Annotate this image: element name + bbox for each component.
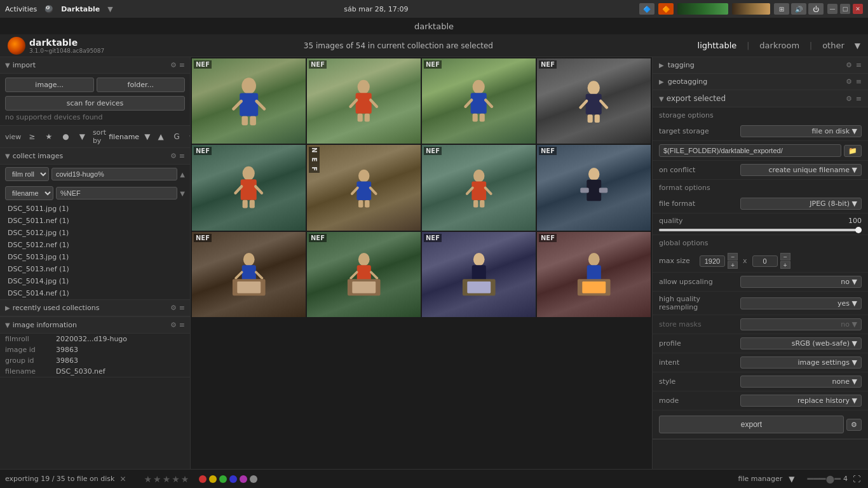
size-plus-btn[interactable]: + [728,261,738,269]
hq-select[interactable]: yes ▼ [740,297,862,309]
tagging-header[interactable]: ▶ tagging ⚙ ≡ [653,57,868,73]
file-item[interactable]: DSC_5011.jpg (1) [0,203,190,215]
file-item[interactable]: DSC_5014.jpg (1) [0,275,190,287]
geotagging-settings-icon[interactable]: ⚙ [846,78,852,86]
dot-green[interactable] [219,475,227,483]
conflict-select[interactable]: create unique filename ▼ [740,164,862,176]
tagging-settings-icon[interactable]: ⚙ [846,61,852,69]
max-size-input-2[interactable] [752,255,778,267]
sort-dropdown[interactable]: ▼ [142,131,153,142]
view-filter-btn[interactable]: ≥ [26,131,37,142]
search-star-icon[interactable]: ☆ [186,131,191,142]
path-input[interactable] [659,144,841,157]
size-minus-btn-2[interactable]: − [780,253,790,261]
dot-purple[interactable] [240,475,247,483]
file-item[interactable]: DSC_5013.nef (1) [0,263,190,275]
quality-slider[interactable] [659,229,862,231]
import-settings-icon[interactable]: ⚙ [170,61,177,69]
mode-select[interactable]: replace history ▼ [740,395,862,407]
image-info-menu-icon[interactable]: ≡ [179,321,185,329]
file-format-select[interactable]: JPEG (8-bit) ▼ [740,198,862,210]
geotagging-header[interactable]: ▶ geotagging ⚙ ≡ [653,74,868,90]
nav-darkroom[interactable]: darkroom [754,38,804,53]
image-info-settings-icon[interactable]: ⚙ [170,321,177,329]
nav-lighttable[interactable]: lighttable [693,38,742,53]
recently-menu-icon[interactable]: ≡ [179,304,185,312]
maximize-button[interactable]: □ [840,4,850,14]
collect-settings-icon[interactable]: ⚙ [170,152,177,160]
path-browse-btn[interactable]: 📁 [844,145,862,157]
recently-header[interactable]: ▶ recently used collections ⚙ ≡ [0,300,190,316]
minimize-button[interactable]: — [827,4,837,14]
export-header[interactable]: ▼ export selected ⚙ ≡ [653,90,868,107]
grid-cell-12[interactable]: NEF [537,232,651,317]
grid-cell-2[interactable]: NEF [307,58,421,144]
window-controls[interactable]: — □ ✕ [827,4,863,14]
nav-other[interactable]: other [817,38,850,53]
file-item[interactable]: DSC_5012.nef (1) [0,239,190,251]
import-menu-icon[interactable]: ≡ [179,61,185,69]
image-info-header[interactable]: ▼ image information ⚙ ≡ [0,317,190,334]
export-menu-icon[interactable]: ≡ [856,95,862,103]
fullscreen-btn[interactable]: ⛶ [850,473,863,485]
intent-select[interactable]: image settings ▼ [740,356,862,369]
grid-cell-5[interactable]: NEF [192,145,306,230]
upscaling-select[interactable]: no ▼ [740,276,862,288]
masks-select[interactable]: no ▼ [740,318,862,330]
grid-cell-4[interactable]: NEF [537,58,651,144]
image-button[interactable]: image... [5,78,94,92]
scan-button[interactable]: scan for devices [5,96,185,111]
quality-slider-thumb[interactable] [855,227,862,233]
file-item[interactable]: DSC_5012.jpg (1) [0,227,190,239]
nav-chevron[interactable]: ▼ [855,41,860,50]
search-g-icon[interactable]: G [172,131,182,142]
dot-red[interactable] [199,475,207,483]
filter-input-1[interactable] [51,168,177,180]
dot-gray[interactable] [250,475,257,483]
view-dropdown[interactable]: ▼ [77,131,88,142]
target-storage-select[interactable]: file on disk ▼ [740,125,862,137]
star-4[interactable]: ★ [172,474,180,484]
activities-label[interactable]: Activities [5,5,37,13]
view-rating-btn[interactable]: ★ [43,131,55,142]
collect-header[interactable]: ▼ collect images ⚙ ≡ [0,148,190,165]
filter-arrow-1[interactable]: ▲ [180,171,185,178]
file-manager-dropdown[interactable]: ▼ [786,473,797,485]
filter-select-1[interactable]: film roll [5,167,49,181]
max-size-input[interactable] [700,255,725,267]
star-5[interactable]: ★ [181,474,189,484]
grid-cell-7[interactable]: NEF [422,145,536,230]
dot-yellow[interactable] [209,475,217,483]
dot-blue[interactable] [229,475,237,483]
style-select[interactable]: none ▼ [740,376,862,388]
star-2[interactable]: ★ [153,474,161,484]
star-1[interactable]: ★ [144,474,153,484]
file-item[interactable]: DSC_5014.nef (1) [0,287,190,299]
grid-cell-8[interactable]: NEF [537,145,651,230]
file-item[interactable]: DSC_5011.nef (1) [0,215,190,227]
import-header[interactable]: ▼ import ⚙ ≡ [0,57,190,74]
size-plus-btn-2[interactable]: + [780,261,790,269]
filter-select-2[interactable]: filename [5,186,53,200]
filter-arrow-2[interactable]: ▼ [180,190,185,197]
zoom-slider-track[interactable]: ━━━●━ [808,473,841,485]
grid-cell-6[interactable]: N E F [307,145,421,230]
recently-settings-icon[interactable]: ⚙ [170,304,177,312]
export-settings-icon[interactable]: ⚙ [846,95,852,103]
sort-direction[interactable]: ▲ [155,131,166,142]
export-gear-btn[interactable]: ⚙ [846,419,862,431]
size-minus-btn[interactable]: − [728,253,738,261]
star-3[interactable]: ★ [163,474,171,484]
status-close-btn[interactable]: ✕ [119,475,126,484]
grid-cell-3[interactable]: NEF [422,58,536,144]
tagging-menu-icon[interactable]: ≡ [856,61,862,69]
geotagging-menu-icon[interactable]: ≡ [856,78,862,86]
file-item[interactable]: DSC_5013.jpg (1) [0,251,190,263]
app-name-label[interactable]: Darktable [61,5,100,13]
export-button[interactable]: export [659,416,844,433]
grid-cell-10[interactable]: NEF [307,232,421,317]
grid-cell-9[interactable]: NEF [192,232,306,317]
close-button[interactable]: ✕ [853,4,863,14]
profile-select[interactable]: sRGB (web-safe) ▼ [740,337,862,349]
folder-button[interactable]: folder... [97,78,186,92]
